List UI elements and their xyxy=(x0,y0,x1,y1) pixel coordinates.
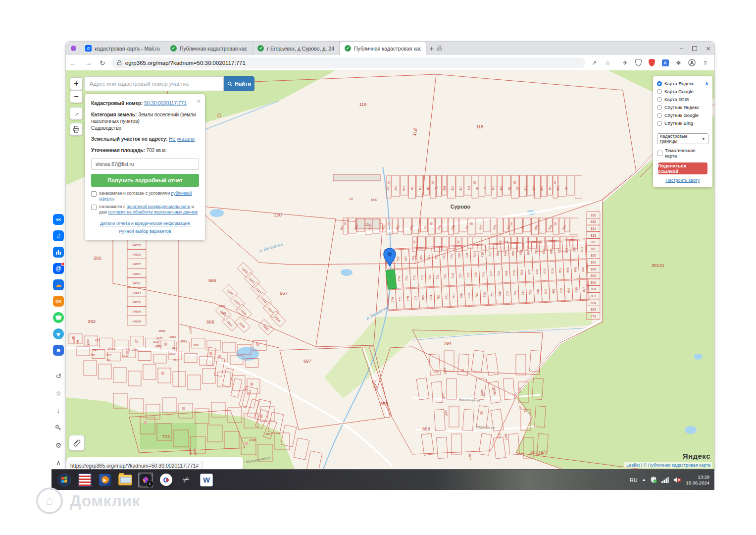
thematic-checkbox[interactable] xyxy=(657,151,662,156)
tab-group-icon[interactable]: 品 xyxy=(437,45,442,52)
language-indicator[interactable]: RU xyxy=(630,477,637,483)
browser-tab-3[interactable]: ✓Публичная кадастровая кас xyxy=(340,42,426,55)
search-input[interactable]: Адрес или кадастровый номер участка xyxy=(84,76,224,91)
forward-button[interactable]: → xyxy=(85,59,92,67)
privacy-checkbox[interactable] xyxy=(91,205,97,210)
get-report-button[interactable]: Получить подробный отчет xyxy=(91,174,199,187)
translate-extension-icon[interactable]: A xyxy=(661,58,669,67)
bookmark-star-icon[interactable]: ☆ xyxy=(604,58,612,67)
layer-option-2[interactable]: Карта 2GIS xyxy=(657,97,708,102)
close-icon[interactable]: × xyxy=(197,98,201,105)
new-tab-button[interactable]: + xyxy=(429,44,434,53)
app-sidebar: VK♫@☁OK☎▶≡↺☆↓⚙∧ xyxy=(51,214,66,474)
menu-icon[interactable]: ≡ xyxy=(701,58,709,67)
svg-text:33450: 33450 xyxy=(107,347,115,350)
whatsapp-app-icon[interactable]: ☎ xyxy=(53,312,64,323)
telegram-app-icon[interactable]: ▶ xyxy=(53,328,64,339)
browser-tab-0[interactable]: @кадастровая карта - Mail.ru xyxy=(80,42,165,55)
cloud-app-icon[interactable]: ☁ xyxy=(53,279,64,290)
start-button[interactable] xyxy=(57,473,72,487)
adguard-extension-icon[interactable] xyxy=(648,58,656,67)
taskbar-snipping-tool-icon[interactable]: ✂ xyxy=(179,473,194,487)
profile-icon[interactable] xyxy=(688,58,696,67)
browser-logo-icon[interactable] xyxy=(71,46,76,51)
consent-link[interactable]: согласие на обработку персональных данны… xyxy=(108,210,198,214)
bookmarks-icon[interactable]: ☆ xyxy=(53,387,64,399)
email-field[interactable]: elenas.67@list.ru xyxy=(91,158,199,170)
tray-clock[interactable]: 13:29 15.06.2024 xyxy=(686,474,709,486)
svg-text:2519: 2519 xyxy=(169,352,176,355)
extensions-puzzle-icon[interactable]: ❖ xyxy=(674,58,683,67)
cadastral-number-link[interactable]: 50:30:0020117:771 xyxy=(144,101,186,106)
overlay-select[interactable]: Кадастровые границы ▼ xyxy=(657,133,708,144)
svg-text:281: 281 xyxy=(443,185,446,191)
action-center-shield-icon[interactable] xyxy=(650,476,657,483)
restore-button[interactable] xyxy=(692,46,697,51)
browser-tab-1[interactable]: ✓Публичная кадастровая кас xyxy=(165,42,252,55)
layer-option-5[interactable]: Спутник Bing xyxy=(657,120,708,126)
svg-text:Сурово: Сурово xyxy=(451,204,471,210)
taskbar-media-player-icon[interactable]: ▶ xyxy=(98,473,112,487)
address-bar[interactable]: egrp365.org/map/?kadnum=50:30:0020117:77… xyxy=(111,57,585,68)
svg-text:34584: 34584 xyxy=(133,291,141,294)
tray-expand-icon[interactable]: ▲ xyxy=(642,478,646,482)
svg-text:722: 722 xyxy=(428,274,431,280)
svg-text:749: 749 xyxy=(498,291,502,296)
taskbar-c-app-icon[interactable]: C xyxy=(158,473,173,487)
map-viewport[interactable]: 7697687677667657117327317307297287247267… xyxy=(66,70,714,469)
odnoklassniki-app-icon[interactable]: OK xyxy=(53,296,64,307)
privacy-link[interactable]: политикой конфиденциальности xyxy=(127,204,191,209)
downloads-icon[interactable]: ↓ xyxy=(53,405,64,417)
settings-icon[interactable]: ⚙ xyxy=(53,439,64,451)
music-app-icon[interactable]: ♫ xyxy=(53,230,64,241)
tasks-app-icon[interactable]: ≡ xyxy=(53,345,64,356)
close-button[interactable]: × xyxy=(706,45,710,52)
zoom-in-button[interactable]: + xyxy=(70,77,83,90)
measure-button[interactable] xyxy=(69,435,85,451)
svg-text:686: 686 xyxy=(565,247,568,253)
map-attribution[interactable]: Leaflet | © Публичная кадастровая карта xyxy=(624,462,712,468)
layer-option-1[interactable]: Карта Google xyxy=(657,89,708,94)
vk-app-icon[interactable]: VK xyxy=(53,214,64,225)
collapse-icon[interactable]: ∧ xyxy=(53,457,64,469)
layer-option-0[interactable]: Карта Яндекс xyxy=(657,81,708,86)
browser-tab-2[interactable]: ✓г Егорьевск, д Сурово, д. 24 xyxy=(252,42,340,55)
fullscreen-button[interactable]: ↔ xyxy=(70,107,83,120)
configure-map-link[interactable]: Настроить карту xyxy=(665,178,700,183)
svg-text:695: 695 xyxy=(504,251,507,256)
history-icon[interactable]: ↺ xyxy=(53,370,64,382)
svg-text:841: 841 xyxy=(581,267,585,272)
report-details-link[interactable]: Детали отчета и юридическая информация xyxy=(100,221,190,226)
volume-muted-icon[interactable] xyxy=(673,477,681,483)
passwords-icon[interactable] xyxy=(53,422,64,434)
print-button[interactable] xyxy=(70,123,83,136)
taskbar-save-app-icon[interactable] xyxy=(77,473,92,487)
taskbar-explorer-icon[interactable] xyxy=(118,473,133,487)
svg-text:803: 803 xyxy=(591,294,596,298)
rocket-extension-icon[interactable]: ✈ xyxy=(621,58,629,67)
layer-option-4[interactable]: Спутник Google xyxy=(657,112,708,118)
offer-checkbox[interactable] xyxy=(91,191,97,197)
browser-toolbar: ← → ↻ egrp365.org/map/?kadnum=50:30:0020… xyxy=(66,55,714,71)
address-link[interactable]: Не указано xyxy=(169,136,195,142)
window-controls: – × xyxy=(680,42,710,55)
collapse-panel-icon[interactable]: ∧ xyxy=(705,81,708,86)
shield-extension-icon[interactable] xyxy=(634,58,643,67)
zoom-out-button[interactable]: − xyxy=(70,90,83,103)
minimize-button[interactable]: – xyxy=(680,45,683,52)
layer-option-3[interactable]: Спутник Яндекс xyxy=(657,105,708,110)
search-button[interactable]: Найти xyxy=(224,76,254,91)
taskbar-browser-icon[interactable]: 1 xyxy=(138,473,153,487)
pulse-app-icon[interactable] xyxy=(53,247,64,258)
reload-button[interactable]: ↻ xyxy=(100,59,105,67)
share-link-button[interactable]: Поделиться ссылкой xyxy=(658,162,707,174)
mail-app-icon[interactable]: @ xyxy=(53,263,64,274)
manual-choice-link[interactable]: Ручной выбор вариантов xyxy=(119,229,171,234)
back-button[interactable]: ← xyxy=(70,59,77,67)
network-signal-icon[interactable] xyxy=(661,477,669,483)
share-icon[interactable]: ↗ xyxy=(590,58,599,67)
svg-text:528: 528 xyxy=(498,433,502,439)
ruler-icon xyxy=(73,439,81,447)
svg-text:37: 37 xyxy=(475,186,479,190)
taskbar-word-icon[interactable]: W xyxy=(199,473,214,487)
